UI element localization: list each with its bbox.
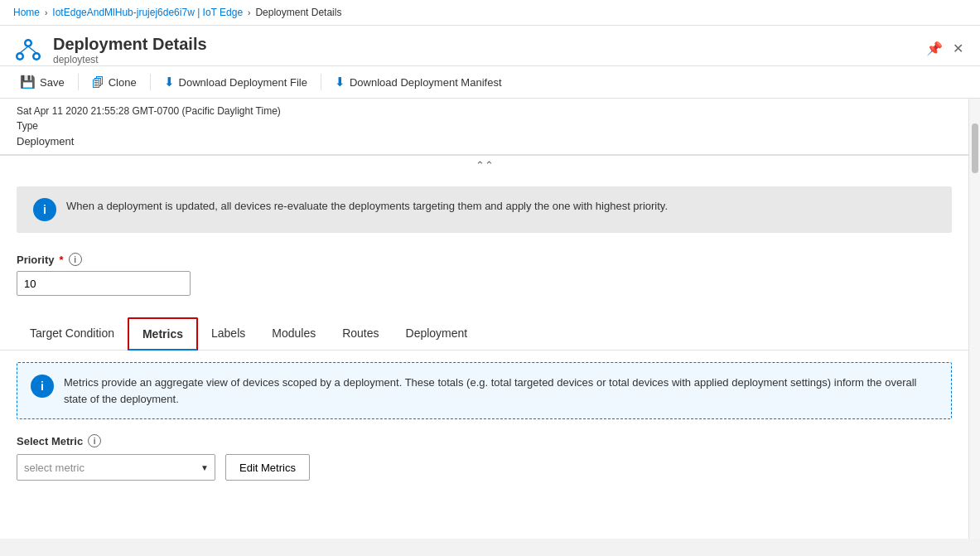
info-banner: i When a deployment is updated, all devi…	[17, 186, 952, 233]
download-file-label: Download Deployment File	[179, 76, 307, 89]
tab-routes[interactable]: Routes	[329, 318, 392, 350]
clone-button[interactable]: 🗐 Clone	[85, 72, 143, 93]
metrics-info-banner: i Metrics provide an aggregate view of d…	[17, 362, 952, 419]
breadcrumb: Home › IotEdgeAndMlHub-jrujej6de6i7w | I…	[0, 0, 980, 26]
svg-point-6	[27, 41, 31, 46]
date-text: Sat Apr 11 2020 21:55:28 GMT-0700 (Pacif…	[17, 105, 952, 117]
priority-input[interactable]	[17, 271, 191, 296]
metric-select[interactable]: select metric	[17, 454, 215, 481]
priority-label: Priority	[17, 254, 55, 266]
download-manifest-icon: ⬇	[335, 75, 345, 89]
save-icon: 💾	[20, 75, 36, 89]
page-title: Deployment Details	[53, 34, 207, 54]
metrics-info-text: Metrics provide an aggregate view of dev…	[64, 375, 938, 407]
toolbar-separator-1	[78, 74, 79, 90]
tab-labels[interactable]: Labels	[198, 318, 258, 350]
tab-target-condition[interactable]: Target Condition	[17, 318, 128, 350]
clone-label: Clone	[109, 76, 137, 89]
metric-select-wrapper: select metric ▼	[17, 454, 215, 481]
collapsed-section: Sat Apr 11 2020 21:55:28 GMT-0700 (Pacif…	[0, 99, 968, 155]
priority-info-icon[interactable]: i	[69, 253, 82, 266]
priority-section: Priority * i	[0, 244, 968, 309]
content-area: Sat Apr 11 2020 21:55:28 GMT-0700 (Pacif…	[0, 99, 968, 539]
save-label: Save	[40, 76, 65, 89]
scrollbar-thumb[interactable]	[972, 123, 978, 173]
pin-button[interactable]: 📌	[923, 37, 946, 60]
collapse-toggle[interactable]: ⌃⌃	[0, 155, 968, 175]
breadcrumb-home[interactable]: Home	[13, 7, 40, 18]
download-manifest-label: Download Deployment Manifest	[350, 76, 502, 89]
tab-deployment[interactable]: Deployment	[393, 318, 481, 350]
select-metric-label: Select Metric	[17, 435, 83, 447]
type-value: Deployment	[17, 135, 952, 147]
select-metric-section: Select Metric i select metric ▼ Edit Met…	[0, 431, 968, 494]
clone-icon: 🗐	[92, 75, 104, 89]
header: Deployment Details deploytest 📌 ✕	[0, 26, 980, 66]
select-metric-row: select metric ▼ Edit Metrics	[17, 454, 952, 481]
breadcrumb-sep-2: ›	[248, 8, 250, 17]
download-file-icon: ⬇	[164, 75, 175, 89]
scrollbar[interactable]	[968, 99, 980, 539]
select-metric-info-icon[interactable]: i	[88, 434, 101, 447]
download-manifest-button[interactable]: ⬇ Download Deployment Manifest	[328, 71, 509, 93]
svg-line-4	[20, 46, 28, 53]
main-content: Sat Apr 11 2020 21:55:28 GMT-0700 (Pacif…	[0, 99, 980, 539]
type-label: Type	[17, 120, 952, 132]
close-button[interactable]: ✕	[949, 37, 967, 60]
deployment-icon	[13, 35, 43, 65]
chevron-up-icon: ⌃⌃	[476, 159, 494, 172]
page-subtitle: deploytest	[53, 54, 207, 65]
breadcrumb-sep-1: ›	[45, 8, 47, 17]
metrics-info-icon: i	[31, 375, 54, 398]
breadcrumb-hub[interactable]: IotEdgeAndMlHub-jrujej6de6i7w | IoT Edge	[52, 7, 243, 18]
priority-required: *	[60, 254, 64, 266]
tab-metrics[interactable]: Metrics	[128, 317, 198, 351]
tab-modules[interactable]: Modules	[258, 318, 329, 350]
svg-line-5	[28, 46, 36, 53]
info-banner-text: When a deployment is updated, all device…	[66, 198, 668, 215]
info-icon: i	[33, 198, 56, 221]
edit-metrics-button[interactable]: Edit Metrics	[225, 454, 310, 481]
toolbar-separator-3	[321, 74, 321, 90]
tabs: Target Condition Metrics Labels Modules …	[0, 317, 968, 351]
toolbar-separator-2	[150, 74, 151, 90]
download-file-button[interactable]: ⬇ Download Deployment File	[157, 71, 314, 93]
save-button[interactable]: 💾 Save	[13, 71, 71, 93]
breadcrumb-current: Deployment Details	[255, 7, 341, 18]
svg-point-8	[35, 55, 39, 59]
toolbar: 💾 Save 🗐 Clone ⬇ Download Deployment Fil…	[0, 66, 980, 99]
svg-point-7	[18, 55, 22, 59]
